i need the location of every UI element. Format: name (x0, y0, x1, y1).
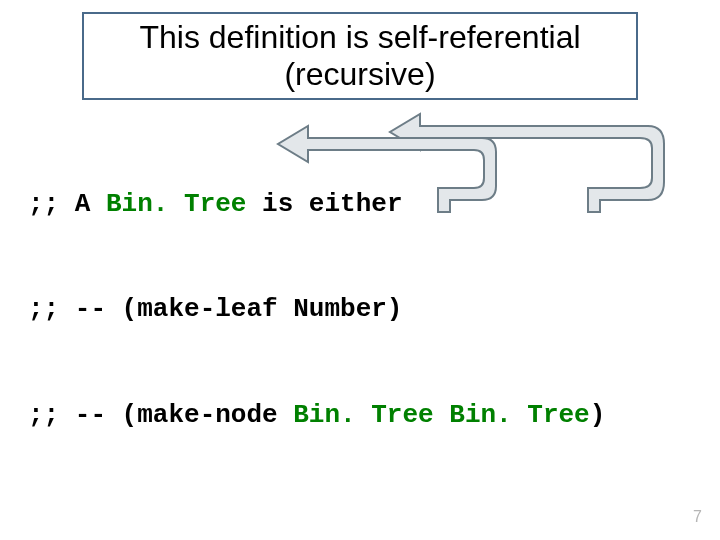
code-block: ;; A Bin. Tree is either ;; -- (make-lea… (28, 117, 605, 468)
page-number: 7 (693, 508, 702, 526)
title-box: This definition is self-referential (rec… (82, 12, 638, 100)
bintree-ref-2: Bin. Tree (449, 400, 589, 430)
code-l3-suffix: ) (590, 400, 606, 430)
bintree-ref-1: Bin. Tree (293, 400, 433, 430)
code-line-3: ;; -- (make-node Bin. Tree Bin. Tree) (28, 398, 605, 433)
code-l1-suffix: is either (246, 189, 402, 219)
code-l1-prefix: ;; A (28, 189, 106, 219)
slide-title: This definition is self-referential (rec… (94, 19, 626, 93)
code-line-1: ;; A Bin. Tree is either (28, 187, 605, 222)
code-line-2: ;; -- (make-leaf Number) (28, 292, 605, 327)
code-l3-prefix: ;; -- (make-node (28, 400, 293, 430)
bintree-def: Bin. Tree (106, 189, 246, 219)
code-l3-sep (434, 400, 450, 430)
